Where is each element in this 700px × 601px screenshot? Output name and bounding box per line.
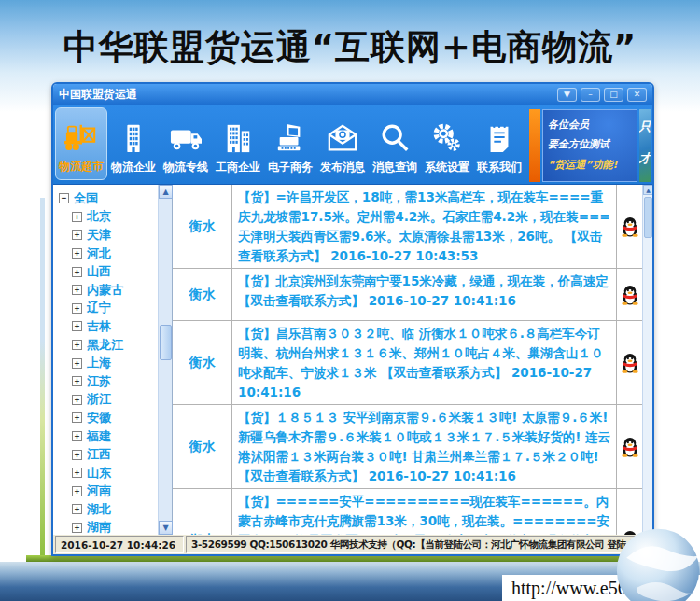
city-cell: 衡水	[173, 489, 232, 535]
scrollbar-thumb[interactable]	[160, 325, 172, 360]
freight-row[interactable]: 衡水【货】=许昌开发区，18吨，需13米高栏车，现在装车====重庆九龙坡需17…	[173, 185, 642, 269]
toolbar-item-gear[interactable]: 系统设置	[421, 107, 473, 180]
expand-icon[interactable]: +	[72, 450, 82, 460]
side-scroll-banner[interactable]: 只才	[639, 109, 651, 182]
minimize-button[interactable]: –	[581, 88, 600, 102]
freight-message: 【货】=许昌开发区，18吨，需13米高栏车，现在装车====重庆九龙坡需17.5…	[232, 185, 617, 268]
city-cell: 衡水	[173, 321, 232, 404]
freight-message: 【货】北京滨州到东莞南宁要15米冷藏，绿通，现在装，价高速定 【双击查看联系方式…	[232, 269, 617, 320]
expand-icon[interactable]: +	[72, 212, 82, 222]
scroll-up-icon[interactable]: ▲	[159, 185, 173, 199]
forklift-icon	[63, 116, 100, 159]
tree-item-province[interactable]: +内蒙古	[53, 281, 158, 300]
side-banner-char: 只	[639, 119, 651, 135]
envelope-icon	[324, 117, 361, 160]
tree-item-province[interactable]: +黑龙江	[53, 336, 158, 355]
expand-icon[interactable]: +	[72, 412, 82, 423]
expand-icon[interactable]: +	[72, 303, 82, 314]
toolbar-item-label: 系统设置	[425, 160, 469, 175]
qq-contact-icon[interactable]	[617, 405, 642, 488]
expand-icon[interactable]: +	[72, 340, 82, 350]
toolbar-item-ecommerce[interactable]: 电子商务	[264, 107, 316, 180]
scrollbar-thumb[interactable]	[644, 197, 652, 238]
toolbar-item-label: 消息查询	[372, 160, 417, 175]
statusbar-time: 2016-10-27 10:44:26	[55, 536, 184, 553]
tree-item-province[interactable]: +山西	[53, 262, 158, 281]
qq-contact-icon[interactable]	[617, 185, 642, 268]
main-toolbar: 物流超市物流企业物流专线工商企业电子商务发布消息消息查询系统设置联系我们 各位会…	[53, 105, 652, 184]
app-window: 中国联盟货运通 ▼–□✕ 物流超市物流企业物流专线工商企业电子商务发布消息消息查…	[51, 82, 654, 556]
expand-icon[interactable]: +	[72, 431, 82, 441]
tree-item-province[interactable]: +湖南	[53, 519, 158, 535]
expand-icon[interactable]: +	[72, 248, 82, 259]
expand-icon[interactable]: +	[72, 504, 82, 514]
close-button[interactable]: ✕	[627, 88, 647, 102]
tree-item-label: 北京	[87, 208, 111, 225]
tree-item-province[interactable]: +吉林	[53, 317, 158, 336]
expand-icon[interactable]: +	[72, 523, 82, 533]
toolbar-item-building[interactable]: 物流企业	[107, 107, 160, 180]
expand-icon[interactable]: +	[72, 358, 82, 369]
ecommerce-icon	[272, 117, 309, 160]
window-titlebar: 中国联盟货运通 ▼–□✕	[53, 84, 652, 105]
expand-icon[interactable]: +	[72, 267, 82, 277]
toolbar-item-search[interactable]: 消息查询	[369, 107, 421, 180]
freight-message-board: 衡水【货】=许昌开发区，18吨，需13米高栏车，现在装车====重庆九龙坡需17…	[172, 185, 642, 535]
expand-icon[interactable]: +	[72, 230, 82, 240]
expand-icon[interactable]: +	[72, 285, 82, 295]
expand-icon[interactable]: +	[72, 486, 82, 496]
toolbar-item-forklift[interactable]: 物流超市	[55, 107, 107, 180]
tree-item-label: 山东	[87, 465, 111, 482]
tree-item-province[interactable]: +天津	[53, 226, 158, 245]
city-cell: 衡水	[173, 405, 232, 488]
scroll-down-icon[interactable]: ▼	[159, 521, 173, 535]
freight-message: 【货】１８５１３ 安平到南京需９.６米装１３吨! 太原需９.６米! 新疆乌鲁木齐…	[232, 405, 617, 488]
notepad-icon	[481, 117, 518, 160]
tree-item-province[interactable]: +江苏	[53, 372, 158, 391]
tree-item-province[interactable]: +山东	[53, 464, 158, 482]
expand-icon[interactable]: +	[72, 376, 82, 386]
member-notice-banner[interactable]: 各位会员 要全方位测试 “货运通”功能!	[542, 109, 637, 182]
tree-item-province[interactable]: +北京	[53, 208, 158, 227]
board-scrollbar[interactable]: ▲	[642, 185, 652, 535]
freight-row[interactable]: 衡水【货】======安平==========现在装车======。内蒙古赤峰市…	[173, 489, 642, 535]
toolbar-item-buildings[interactable]: 工商企业	[212, 107, 264, 180]
tree-item-root[interactable]: −全国	[53, 189, 158, 208]
qq-contact-icon[interactable]	[617, 269, 642, 320]
banner-line: “货运通”功能!	[548, 155, 632, 175]
expand-icon[interactable]: +	[72, 395, 82, 405]
expand-icon[interactable]: +	[72, 468, 82, 478]
freight-row[interactable]: 衡水【货】昌乐莒南３０３２吨、临 沂衡水１０吨求６.８高栏车今订明装、杭州台州求…	[173, 321, 642, 405]
globe-logo	[614, 524, 700, 601]
content-area: −全国+北京+天津+河北+山西+内蒙古+辽宁+吉林+黑龙江+上海+江苏+浙江+安…	[53, 184, 652, 535]
toolbar-item-envelope[interactable]: 发布消息	[316, 107, 369, 180]
tree-item-province[interactable]: +河北	[53, 245, 158, 263]
qq-contact-icon[interactable]	[617, 321, 642, 404]
scroll-up-icon[interactable]: ▲	[643, 185, 652, 195]
tree-item-province[interactable]: +福建	[53, 427, 158, 446]
tree-item-label: 湖北	[87, 501, 111, 518]
tree-item-province[interactable]: +上海	[53, 354, 158, 372]
collapse-icon[interactable]: −	[59, 193, 69, 203]
toolbar-item-truck[interactable]: 物流专线	[160, 107, 212, 180]
tree-item-label: 浙江	[87, 391, 111, 408]
tree-item-province[interactable]: +安徽	[53, 409, 158, 427]
statusbar-info: 3-5269599 QQ:150613020 华网技术支持（QQ:【当前登陆公司…	[186, 536, 651, 553]
freight-row[interactable]: 衡水【货】１８５１３ 安平到南京需９.６米装１３吨! 太原需９.６米! 新疆乌鲁…	[173, 405, 642, 489]
window-title: 中国联盟货运通	[59, 87, 137, 103]
freight-message: 【货】======安平==========现在装车======。内蒙古赤峰市克什…	[232, 489, 617, 535]
tree-item-province[interactable]: +湖北	[53, 500, 158, 519]
maximize-button[interactable]: □	[604, 88, 623, 102]
tree-scrollbar[interactable]: ▲ ▼	[158, 185, 172, 535]
tree-item-province[interactable]: +浙江	[53, 391, 158, 410]
freight-row[interactable]: 衡水【货】北京滨州到东莞南宁要15米冷藏，绿通，现在装，价高速定 【双击查看联系…	[173, 269, 642, 321]
tree-item-province[interactable]: +河南	[53, 482, 158, 501]
tree-item-province[interactable]: +江西	[53, 445, 158, 464]
rollup-button[interactable]: ▼	[557, 88, 577, 102]
tree-item-province[interactable]: +辽宁	[53, 300, 158, 318]
orange-divider-stripe	[529, 109, 540, 182]
freight-message: 【货】昌乐莒南３０３２吨、临 沂衡水１０吨求６.８高栏车今订明装、杭州台州求１３…	[232, 321, 617, 404]
tree-item-label: 江苏	[87, 373, 111, 390]
expand-icon[interactable]: +	[72, 321, 82, 331]
toolbar-item-notepad[interactable]: 联系我们	[473, 107, 525, 180]
